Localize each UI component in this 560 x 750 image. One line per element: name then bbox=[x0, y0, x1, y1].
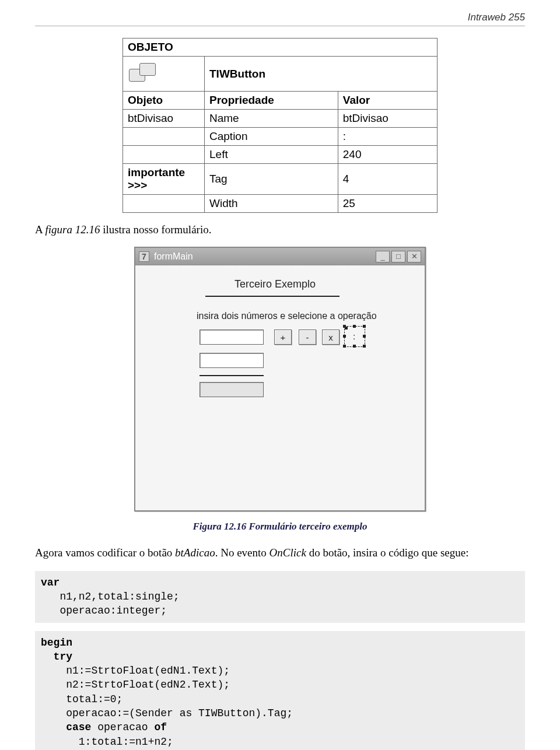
app-icon: 7 bbox=[139, 251, 149, 262]
col-valor: Valor bbox=[338, 92, 437, 110]
table-row: Left 240 bbox=[123, 146, 438, 164]
component-icon-cell bbox=[123, 57, 205, 92]
btn-divide-selected[interactable]: : bbox=[344, 326, 365, 347]
figure-caption: Figura 12.16 Formulário terceiro exemplo bbox=[35, 521, 525, 532]
paragraph-code-intro: Agora vamos codificar o botão btAdicao. … bbox=[35, 545, 525, 560]
title-underline bbox=[205, 296, 340, 297]
table-row: Width 25 bbox=[123, 195, 438, 213]
close-button[interactable]: ✕ bbox=[407, 251, 421, 262]
page-header: Intraweb 255 bbox=[35, 12, 525, 26]
table-title: OBJETO bbox=[123, 38, 438, 57]
btn-multiply[interactable]: x bbox=[322, 330, 340, 345]
minimize-button[interactable]: _ bbox=[376, 251, 390, 262]
component-name: TIWButton bbox=[205, 57, 438, 92]
form-designer-canvas[interactable]: Terceiro Exemplo insira dois números e s… bbox=[135, 265, 425, 510]
code-block-var: var n1,n2,total:single; operacao:integer… bbox=[35, 571, 525, 623]
window-titlebar: 7 formMain _ □ ✕ bbox=[135, 248, 425, 265]
separator-line bbox=[200, 375, 264, 376]
btn-minus[interactable]: - bbox=[299, 330, 316, 345]
boxes-icon bbox=[128, 61, 157, 84]
edit-n1[interactable] bbox=[200, 330, 264, 345]
delphi-form-window: 7 formMain _ □ ✕ Terceiro Exemplo insira… bbox=[134, 247, 426, 511]
code-block-begin: begin try n1:=StrtoFloat(edN1.Text); n2:… bbox=[35, 631, 525, 750]
col-propriedade: Propriedade bbox=[205, 92, 338, 110]
maximize-button[interactable]: □ bbox=[391, 251, 405, 262]
col-objeto: Objeto bbox=[123, 92, 205, 110]
object-properties-table: OBJETO TIWButton Objeto Propriedade Valo… bbox=[123, 38, 438, 213]
edit-result[interactable] bbox=[200, 382, 264, 397]
btn-plus[interactable]: + bbox=[274, 330, 292, 345]
window-title: formMain bbox=[154, 251, 374, 262]
paragraph-intro: A figura 12.16 ilustra nosso formulário. bbox=[35, 223, 525, 236]
table-row: Caption : bbox=[123, 128, 438, 146]
edit-n2[interactable] bbox=[200, 353, 264, 368]
form-title-label: Terceiro Exemplo bbox=[235, 278, 316, 290]
form-instruction-label: insira dois números e selecione a operaç… bbox=[197, 311, 377, 321]
table-row: btDivisao Name btDivisao bbox=[123, 110, 438, 128]
table-row: importante >>> Tag 4 bbox=[123, 164, 438, 195]
